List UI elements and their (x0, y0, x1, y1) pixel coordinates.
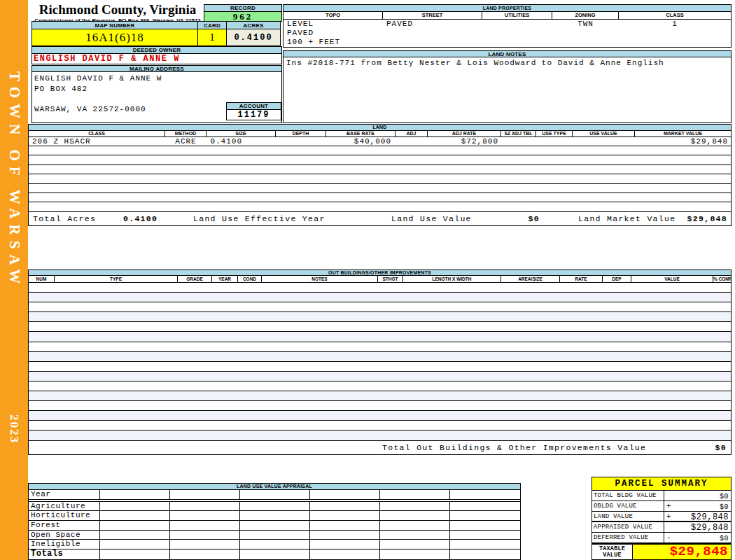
land-data-row: 206 Z HSACR ACRE 0.4100 $40,000 $72,800 … (29, 137, 731, 146)
land-notes-block: LAND NOTES Ins #2018-771 from Betty Nest… (283, 50, 732, 123)
summary-label: DEFERRED VALUE (592, 533, 664, 542)
appraisal-cell (100, 521, 170, 530)
record-value: 962 (204, 11, 282, 22)
parcel-summary-title: PARCEL SUMMARY (592, 477, 731, 491)
appraisal-cell (450, 490, 520, 499)
column-header-use-value: USE VALUE (573, 131, 635, 136)
appraisal-row-open-space: Open Space (29, 531, 520, 540)
column-header-class: CLASS (29, 131, 165, 136)
appraisal-row-totals: Totals (29, 550, 520, 559)
appraisal-cell (380, 490, 450, 499)
empty-row (29, 332, 731, 342)
column-header-rate: RATE (560, 276, 603, 282)
appraisal-row-year: Year (29, 490, 520, 500)
appraisal-cell (170, 540, 240, 549)
column-header-length-x-width: LENGTH X WIDTH (403, 276, 501, 282)
empty-row (29, 184, 731, 193)
out-buildings-header-row: NUMTYPEGRADEYEARCONDNOTESSTHGTLENGTH X W… (29, 276, 731, 283)
record-box: RECORD 962 (204, 4, 282, 22)
empty-row (29, 372, 731, 382)
land-use-value-label: Land Use Value (391, 214, 472, 223)
appraisal-cell (170, 521, 240, 530)
land-properties-header-row: TOPOSTREETUTILITIESZONINGCLASS (284, 12, 731, 20)
topo-value: PAVED (284, 29, 383, 38)
sidebar: TOWN OF WARSAW 2023 (0, 0, 28, 560)
appraisal-cell (170, 531, 240, 540)
land-title: LAND (29, 125, 731, 131)
appraisal-row-label: Totals (29, 550, 100, 559)
column-header-size: SIZE (206, 131, 276, 136)
land-properties-section: LAND PROPERTIES TOPOSTREETUTILITIESZONIN… (283, 4, 732, 48)
appraisal-row-label: Forest (29, 521, 100, 530)
appraisal-row-label: Ineligible (29, 540, 100, 549)
land-properties-title: LAND PROPERTIES (284, 5, 731, 12)
appraisal-cell (170, 511, 240, 520)
appraisal-cell (310, 490, 380, 499)
appraisal-cell (450, 531, 520, 540)
column-header-value: VALUE (631, 276, 713, 282)
land-use-appraisal-rows: YearAgricultureHorticultureForestOpen Sp… (29, 490, 520, 559)
appraisal-cell (450, 540, 520, 549)
appraisal-cell (380, 531, 450, 540)
topo-value: LEVEL (284, 20, 383, 29)
taxable-value-row: TAXABLE VALUE $29,848 (592, 543, 731, 559)
empty-row (29, 391, 731, 401)
total-acres-label: Total Acres (33, 214, 96, 223)
empty-row (29, 362, 731, 372)
land-class: 206 Z HSACR (29, 137, 165, 146)
summary-label: OBLDG VALUE (592, 501, 664, 511)
summary-value: $0 (720, 503, 729, 511)
county-title: Richmond County, Virginia (31, 1, 204, 18)
summary-operator: + (666, 502, 671, 510)
column-header-base-rate: BASE RATE (326, 131, 396, 136)
land-adj-rate: $72,800 (428, 137, 501, 146)
out-buildings-total-label: Total Out Buildings & Other Improvements… (382, 443, 646, 452)
appraisal-cell (240, 540, 310, 549)
appraisal-row-label: Year (29, 490, 100, 499)
summary-label: APPRAISED VALUE (592, 522, 664, 532)
appraisal-cell (100, 490, 170, 499)
appraisal-cell (100, 511, 170, 520)
column-header-area-size: AREA/SIZE (501, 276, 560, 282)
empty-row (29, 421, 731, 430)
out-buildings-empty-rows (29, 283, 731, 441)
summary-operator: + (666, 512, 671, 521)
summary-operator: - (666, 533, 671, 542)
mailing-address-area: ENGLISH DAVID F & ANNE W PO BOX 482 WARS… (31, 71, 282, 123)
land-use-appraisal-section: LAND USE VALUE APPRAISAL YearAgriculture… (28, 483, 521, 560)
land-header-row: CLASSMETHODSIZEDEPTHBASE RATEADJADJ RATE… (29, 131, 731, 137)
appraisal-row-label: Open Space (29, 531, 100, 540)
mailing-address-line: PO BOX 482 (34, 84, 281, 94)
empty-row (29, 401, 731, 411)
summary-row-total-bldg-value: TOTAL BLDG VALUE$0 (592, 491, 731, 501)
land-use-value: $0 (491, 214, 540, 223)
appraisal-cell (100, 540, 170, 549)
sidebar-jurisdiction-label: TOWN OF WARSAW (6, 71, 23, 289)
parcel-summary-section: PARCEL SUMMARY TOTAL BLDG VALUE$0OBLDG V… (592, 477, 732, 560)
map-value-row: 16A1(6)18 1 0.4100 (31, 29, 281, 46)
appraisal-row-agriculture: Agriculture (29, 502, 520, 512)
land-empty-rows (29, 146, 731, 212)
empty-row (29, 430, 731, 440)
land-use-appraisal-title: LAND USE VALUE APPRAISAL (29, 484, 520, 490)
empty-row (29, 146, 731, 155)
column-header-notes: NOTES (262, 276, 378, 282)
appraisal-cell (310, 511, 380, 520)
empty-row (29, 352, 731, 362)
appraisal-cell (450, 521, 520, 530)
column-header-market-value: MARKET VALUE (635, 131, 731, 136)
summary-row-land-value: LAND VALUE+$29,848 (592, 512, 731, 522)
appraisal-cell (240, 502, 310, 511)
land-totals-row: Total Acres 0.4100 Land Use Effective Ye… (29, 212, 731, 225)
summary-value-cell: +$0 (664, 501, 731, 511)
column-header-comp: % COMP (713, 276, 731, 282)
empty-row (29, 312, 731, 322)
assessment-record-page: TOWN OF WARSAW 2023 Richmond County, Vir… (0, 0, 735, 560)
land-depth (276, 137, 326, 146)
land-use-type (536, 137, 573, 146)
appraisal-cell (170, 550, 240, 559)
appraisal-cell (380, 521, 450, 530)
appraisal-row-label: Agriculture (29, 502, 100, 511)
column-header-cond: COND (238, 276, 262, 282)
land-use-effective-year-label: Land Use Effective Year (193, 214, 326, 223)
